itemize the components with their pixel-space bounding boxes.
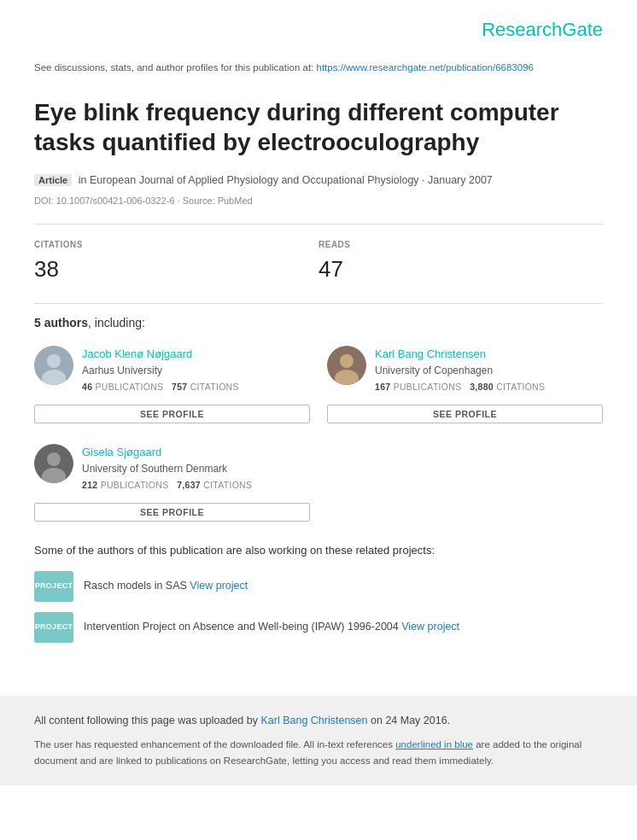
see-profile-button-2[interactable]: SEE PROFILE — [327, 405, 603, 423]
citations-block: CITATIONS 38 — [34, 238, 318, 286]
project-text-1: Rasch models in SAS View project — [84, 578, 248, 594]
project-icon-1: Project — [34, 571, 73, 602]
project-item-1: Project Rasch models in SAS View project — [34, 571, 603, 602]
author-pubs-3: 212 — [82, 480, 97, 490]
author-cites-3: 7,637 — [177, 480, 201, 490]
article-journal: European Journal of Applied Physiology a… — [90, 174, 419, 186]
svg-point-7 — [47, 452, 61, 466]
header: ResearchGate — [0, 0, 637, 52]
author-affiliation-1: Aarhus University — [82, 363, 310, 378]
author-cites-label-3: CITATIONS — [203, 480, 252, 490]
author-name-3[interactable]: Gisela Sjøgaard — [82, 444, 310, 461]
author-pubs-label-3: PUBLICATIONS — [101, 480, 169, 490]
authors-grid: Jacob Klenø Nøjgaard Aarhus University 4… — [34, 346, 603, 522]
footer-note-text: The user has requested enhancement of th… — [34, 739, 395, 750]
footer-main: All content following this page was uplo… — [34, 713, 603, 729]
article-in-text: in — [79, 174, 87, 186]
author-pubs-label-2: PUBLICATIONS — [394, 382, 462, 392]
author-info-3: Gisela Sjøgaard University of Southern D… — [82, 444, 310, 499]
doi-line: DOI: 10.1007/s00421-006-0322-6 · Source:… — [34, 194, 603, 208]
reads-label: READS — [318, 238, 603, 251]
author-cites-label-2: CITATIONS — [496, 382, 545, 392]
project-link-2[interactable]: View project — [401, 621, 459, 633]
author-pubs-label-1: PUBLICATIONS — [96, 382, 164, 392]
main-content: Eye blink frequency during different com… — [0, 97, 637, 678]
reads-value: 47 — [318, 253, 603, 286]
author-avatar-2 — [327, 346, 366, 385]
article-type-label: Article — [34, 174, 72, 186]
project-icon-label-1: Project — [35, 580, 73, 592]
author-top-3: Gisela Sjøgaard University of Southern D… — [34, 444, 310, 499]
project-icon-2: Project — [34, 612, 73, 643]
footer-uploader-name[interactable]: Karl Bang Christensen — [260, 715, 367, 726]
see-profile-button-3[interactable]: SEE PROFILE — [34, 503, 310, 522]
author-card-1: Jacob Klenø Nøjgaard Aarhus University 4… — [34, 346, 310, 423]
project-name-1: Rasch models in SAS — [84, 580, 190, 592]
svg-point-4 — [340, 354, 354, 368]
author-avatar-1 — [34, 346, 73, 385]
author-cites-2: 3,880 — [470, 382, 494, 392]
see-profile-button-1[interactable]: SEE PROFILE — [34, 405, 310, 423]
author-top-1: Jacob Klenø Nøjgaard Aarhus University 4… — [34, 346, 310, 401]
author-stats-3: 212 PUBLICATIONS 7,637 CITATIONS — [82, 479, 310, 493]
author-affiliation-2: University of Copenhagen — [375, 363, 603, 378]
footer-note: The user has requested enhancement of th… — [34, 737, 603, 768]
author-stats-1: 46 PUBLICATIONS 757 CITATIONS — [82, 381, 310, 394]
author-info-1: Jacob Klenø Nøjgaard Aarhus University 4… — [82, 346, 310, 401]
authors-including: , including: — [88, 316, 145, 330]
footer-note-link[interactable]: underlined in blue — [395, 739, 473, 750]
article-date: January 2007 — [428, 174, 493, 186]
author-card-2: Karl Bang Christensen University of Cope… — [327, 346, 603, 423]
authors-count: 5 authors — [34, 316, 88, 330]
page: ResearchGate See discussions, stats, and… — [0, 0, 637, 840]
project-item-2: Project Intervention Project on Absence … — [34, 612, 603, 643]
author-pubs-1: 46 — [82, 382, 92, 392]
footer-upload-date: on 24 May 2016. — [368, 715, 451, 726]
footer-main-text: All content following this page was uplo… — [34, 715, 260, 726]
citations-label: CITATIONS — [34, 238, 318, 251]
footer: All content following this page was uplo… — [0, 696, 637, 786]
divider-2 — [34, 303, 603, 304]
svg-point-1 — [47, 354, 61, 368]
author-cites-1: 757 — [172, 382, 187, 392]
divider-1 — [34, 224, 603, 225]
author-stats-2: 167 PUBLICATIONS 3,880 CITATIONS — [375, 381, 603, 394]
publication-link[interactable]: https://www.researchgate.net/publication… — [317, 62, 534, 73]
project-link-1[interactable]: View project — [190, 580, 248, 592]
project-icon-label-2: Project — [35, 621, 73, 633]
author-name-2[interactable]: Karl Bang Christensen — [375, 346, 603, 363]
author-card-3: Gisela Sjøgaard University of Southern D… — [34, 444, 310, 522]
project-text-2: Intervention Project on Absence and Well… — [84, 619, 459, 635]
author-name-1[interactable]: Jacob Klenø Nøjgaard — [82, 346, 310, 363]
stats-row: CITATIONS 38 READS 47 — [34, 238, 603, 286]
related-projects-heading: Some of the authors of this publication … — [34, 542, 603, 559]
author-affiliation-3: University of Southern Denmark — [82, 461, 310, 476]
reads-block: READS 47 — [318, 238, 603, 286]
authors-heading: 5 authors, including: — [34, 314, 603, 332]
author-info-2: Karl Bang Christensen University of Cope… — [375, 346, 603, 401]
author-cites-label-1: CITATIONS — [190, 382, 239, 392]
article-meta: Article in European Journal of Applied P… — [34, 172, 603, 189]
author-pubs-2: 167 — [375, 382, 390, 392]
top-note: See discussions, stats, and author profi… — [0, 52, 637, 89]
citations-value: 38 — [34, 253, 318, 286]
article-title: Eye blink frequency during different com… — [34, 97, 603, 157]
project-name-2: Intervention Project on Absence and Well… — [84, 621, 401, 633]
author-top-2: Karl Bang Christensen University of Cope… — [327, 346, 603, 401]
researchgate-logo: ResearchGate — [482, 19, 603, 40]
top-note-text: See discussions, stats, and author profi… — [34, 62, 317, 73]
author-avatar-3 — [34, 444, 73, 483]
